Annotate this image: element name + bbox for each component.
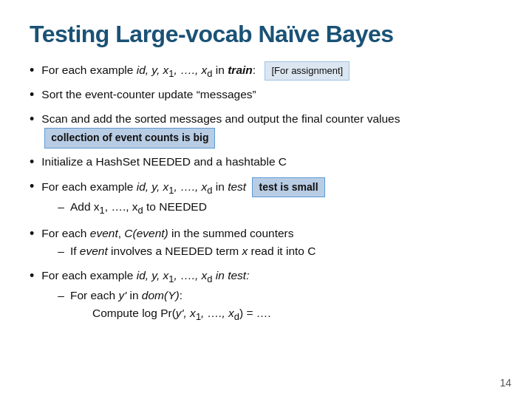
annotation-assignment: [For assignment] — [265, 61, 349, 81]
bullet-2-text: Sort the event-counter update “messages” — [41, 86, 502, 103]
annotation-test-small: test is small — [252, 177, 324, 198]
sub-bullet-7: – For each y' in dom(Y): Compute log Pr(… — [58, 287, 502, 326]
dash-6-1: – — [58, 242, 64, 260]
sub-bullet-6-1-text: If event involves a NEEDED term x read i… — [70, 242, 316, 260]
slide-title: Testing Large-vocab Naïve Bayes — [30, 21, 502, 48]
bullet-dot-2: • — [30, 85, 34, 106]
annotation-event-counts: collection of event counts is big — [44, 128, 215, 149]
bullet-6: • For each event, C(event) in the summed… — [30, 225, 502, 262]
bullet-dot-6: • — [30, 224, 34, 245]
bullet-4-text: Initialize a HashSet NEEDED and a hashta… — [41, 153, 502, 171]
dash-5-1: – — [58, 198, 64, 216]
dash-7-1: – — [58, 287, 64, 304]
bullet-3: • Scan and add the sorted messages and o… — [30, 110, 502, 149]
bullet-1: • For each example id, y, x1, …., xd in … — [30, 61, 502, 81]
sub-bullet-5: – Add x1, …., xd to NEEDED — [58, 198, 502, 218]
sub-sub-bullet-7-1: Compute log Pr(y', x1, …., xd) = …. — [92, 304, 271, 324]
main-bullet-list: • For each example id, y, x1, …., xd in … — [30, 61, 502, 328]
sub-bullet-5-1-text: Add x1, …., xd to NEEDED — [70, 198, 207, 218]
bullet-5-text: For each example id, y, x1, …., xd in te… — [41, 177, 502, 220]
bullet-6-text: For each event, C(event) in the summed c… — [41, 225, 502, 262]
sub-sub-bullet-7: Compute log Pr(y', x1, …., xd) = …. — [92, 304, 271, 324]
bullet-3-text: Scan and add the sorted messages and out… — [41, 110, 502, 149]
bullet-dot-3: • — [30, 109, 34, 130]
sub-bullet-6: – If event involves a NEEDED term x read… — [58, 242, 502, 260]
bullet-dot-5: • — [30, 177, 34, 197]
sub-bullet-7-1-text: For each y' in dom(Y): Compute log Pr(y'… — [70, 287, 271, 326]
bullet-7: • For each example id, y, x1, …., xd in … — [30, 267, 502, 328]
sub-bullet-6-1: – If event involves a NEEDED term x read… — [58, 242, 502, 260]
bullet-2: • Sort the event-counter update “message… — [30, 86, 502, 106]
slide: Testing Large-vocab Naïve Bayes • For ea… — [0, 0, 532, 399]
bullet-4: • Initialize a HashSet NEEDED and a hash… — [30, 153, 502, 173]
sub-bullet-7-1: – For each y' in dom(Y): Compute log Pr(… — [58, 287, 502, 326]
page-number: 14 — [499, 377, 511, 389]
sub-sub-bullet-7-1-text: Compute log Pr(y', x1, …., xd) = …. — [92, 304, 271, 324]
bullet-1-text: For each example id, y, x1, …., xd in tr… — [41, 61, 502, 81]
bullet-5: • For each example id, y, x1, …., xd in … — [30, 177, 502, 220]
slide-content: • For each example id, y, x1, …., xd in … — [30, 61, 502, 328]
bullet-dot-1: • — [30, 61, 34, 81]
bullet-7-text: For each example id, y, x1, …., xd in te… — [41, 267, 502, 328]
bullet-dot-7: • — [30, 266, 34, 287]
sub-bullet-5-1: – Add x1, …., xd to NEEDED — [58, 198, 502, 218]
bullet-dot-4: • — [30, 152, 34, 173]
